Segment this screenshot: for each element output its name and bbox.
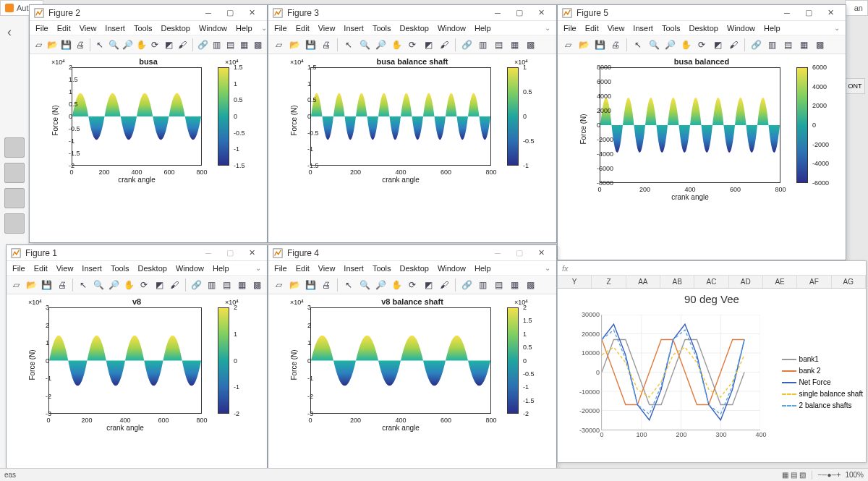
col-header[interactable]: AC [694, 276, 728, 288]
print-icon[interactable]: 🖨 [608, 38, 623, 52]
menu-edit[interactable]: Edit [34, 264, 48, 273]
legend-entry[interactable]: single balance shaft [782, 388, 863, 400]
brush-icon[interactable]: 🖌 [437, 38, 451, 52]
link-icon[interactable]: 🔗 [197, 38, 209, 52]
thumbnail-3[interactable] [4, 188, 25, 208]
menu-dropdown-icon[interactable]: ⌄ [261, 24, 267, 32]
colorbar[interactable] [507, 307, 519, 414]
menu-tools[interactable]: Tools [373, 264, 391, 273]
menu-file[interactable]: File [563, 24, 576, 33]
minimize-button[interactable]: ─ [197, 247, 219, 260]
menu-insert[interactable]: Insert [344, 264, 364, 273]
save-icon[interactable]: 💾 [60, 38, 72, 52]
close-button[interactable]: ✕ [241, 247, 263, 260]
grid-icon[interactable]: ▦ [796, 38, 811, 52]
zoom-out-icon[interactable]: 🔎 [107, 278, 121, 292]
menubar[interactable]: FileEditViewInsertToolsDesktopWindowHelp… [30, 21, 267, 35]
colorbar[interactable] [218, 307, 229, 414]
close-button[interactable]: ✕ [530, 7, 552, 20]
pan-icon[interactable]: ✋ [122, 278, 136, 292]
titlebar[interactable]: Figure 1 ─ ▢ ✕ [7, 245, 267, 261]
thumbnail-4[interactable] [4, 213, 25, 234]
figure-window-fig1[interactable]: Figure 1 ─ ▢ ✕ FileEditViewInsertToolsDe… [6, 244, 268, 480]
grid2-icon[interactable]: ▩ [812, 38, 827, 52]
colorbar[interactable] [507, 67, 519, 166]
maximize-button[interactable]: ▢ [219, 7, 241, 20]
menu-desktop[interactable]: Desktop [400, 24, 429, 33]
axes[interactable] [48, 307, 202, 414]
colorbar-icon[interactable]: ▥ [210, 38, 223, 52]
col-header[interactable]: AE [763, 276, 797, 288]
col-header[interactable]: AF [797, 276, 831, 288]
menubar[interactable]: FileEditViewInsertToolsDesktopWindowHelp… [558, 21, 846, 35]
col-header[interactable]: AB [660, 276, 694, 288]
zoom-slider[interactable]: −─●─+ [818, 471, 841, 479]
titlebar[interactable]: Figure 5 ─ ▢ ✕ [558, 5, 846, 21]
menu-help[interactable]: Help [764, 24, 780, 33]
new-icon[interactable]: ▱ [561, 38, 575, 52]
close-button[interactable]: ✕ [241, 7, 263, 20]
titlebar[interactable]: Figure 4 ─ ▢ ✕ [268, 245, 556, 261]
grid-icon[interactable]: ▦ [507, 278, 522, 292]
grid2-icon[interactable]: ▩ [252, 38, 264, 52]
menu-file[interactable]: File [35, 24, 48, 33]
column-headers[interactable]: YZAAABACADAEAFAG [558, 276, 866, 289]
link-icon[interactable]: 🔗 [749, 38, 763, 52]
thumbnail-1[interactable] [4, 137, 25, 158]
menu-file[interactable]: File [12, 264, 25, 273]
menu-insert[interactable]: Insert [633, 24, 653, 33]
axes[interactable] [600, 67, 780, 183]
menu-tools[interactable]: Tools [111, 264, 129, 273]
menu-tools[interactable]: Tools [134, 24, 153, 33]
save-icon[interactable]: 💾 [303, 278, 318, 292]
legend-icon[interactable]: ▤ [491, 278, 506, 292]
colorbar-icon[interactable]: ▥ [765, 38, 779, 52]
menubar[interactable]: FileEditViewInsertToolsDesktopWindowHelp… [268, 21, 556, 35]
save-icon[interactable]: 💾 [40, 278, 54, 292]
print-icon[interactable]: 🖨 [319, 38, 333, 52]
menu-window[interactable]: Window [438, 24, 466, 33]
col-header[interactable]: Z [592, 276, 626, 288]
rotate-icon[interactable]: ⟳ [694, 38, 709, 52]
maximize-button[interactable]: ▢ [219, 247, 241, 260]
new-icon[interactable]: ▱ [33, 38, 45, 52]
menu-window[interactable]: Window [199, 24, 227, 33]
pan-icon[interactable]: ✋ [135, 38, 148, 52]
legend-icon[interactable]: ▤ [220, 278, 234, 292]
new-icon[interactable]: ▱ [9, 278, 23, 292]
datatip-icon[interactable]: ◩ [163, 38, 175, 52]
open-icon[interactable]: 📂 [25, 278, 38, 292]
toolbar[interactable]: ▱📂💾🖨↖🔍🔎✋⟳◩🖌🔗▥▤▦▩ [7, 276, 267, 294]
legend-entry[interactable]: bank1 [782, 354, 863, 365]
maximize-button[interactable]: ▢ [509, 7, 530, 20]
col-header[interactable]: AD [729, 276, 763, 288]
menu-desktop[interactable]: Desktop [161, 24, 190, 33]
menu-view[interactable]: View [608, 24, 625, 33]
menu-view[interactable]: View [318, 24, 336, 33]
arrow-icon[interactable]: ↖ [77, 278, 90, 292]
figure-window-fig5[interactable]: Figure 5 ─ ▢ ✕ FileEditViewInsertToolsDe… [557, 4, 846, 260]
menu-dropdown-icon[interactable]: ⌄ [834, 24, 840, 32]
menu-edit[interactable]: Edit [57, 24, 71, 33]
open-icon[interactable]: 📂 [576, 38, 591, 52]
menu-window[interactable]: Window [438, 264, 466, 273]
zoom-out-icon[interactable]: 🔎 [122, 38, 134, 52]
print-icon[interactable]: 🖨 [319, 278, 333, 292]
colorbar-icon[interactable]: ▥ [475, 278, 490, 292]
menu-view[interactable]: View [80, 24, 97, 33]
zoom-out-icon[interactable]: 🔎 [373, 278, 388, 292]
new-icon[interactable]: ▱ [271, 278, 286, 292]
grid-icon[interactable]: ▦ [238, 38, 250, 52]
menu-help[interactable]: Help [213, 264, 229, 273]
datatip-icon[interactable]: ◩ [153, 278, 166, 292]
new-icon[interactable]: ▱ [271, 38, 286, 52]
grid2-icon[interactable]: ▩ [523, 278, 537, 292]
grid2-icon[interactable]: ▩ [250, 278, 264, 292]
link-icon[interactable]: 🔗 [459, 278, 474, 292]
brush-icon[interactable]: 🖌 [726, 38, 741, 52]
legend-icon[interactable]: ▤ [780, 38, 795, 52]
menu-dropdown-icon[interactable]: ⌄ [255, 264, 261, 272]
axes[interactable] [310, 67, 491, 166]
axes[interactable] [72, 67, 202, 166]
menu-insert[interactable]: Insert [344, 24, 364, 33]
